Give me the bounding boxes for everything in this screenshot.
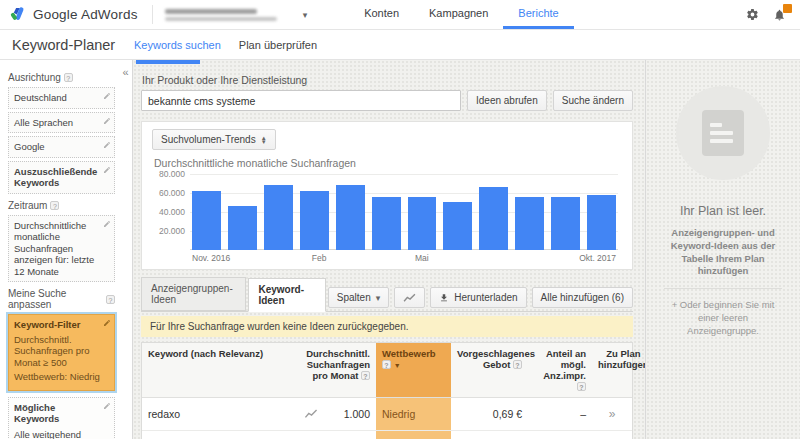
avg-searches-value: 1.000 (344, 408, 370, 420)
line-chart-icon (403, 293, 416, 303)
help-icon[interactable]: ? (382, 360, 391, 369)
home-link[interactable]: Google AdWords (10, 0, 138, 29)
bid-cell: 0,38 € (451, 431, 528, 439)
nav-konten[interactable]: Konten (349, 0, 414, 29)
tab-adgroup-ideas[interactable]: Anzeigengruppen-Ideen (141, 277, 246, 311)
main-content: Ihr Produkt oder Ihre Dienstleistung Ide… (133, 60, 645, 439)
chart-bar (264, 185, 293, 250)
chart-bar (515, 197, 544, 250)
columns-button[interactable]: Spalten▾ (328, 287, 389, 308)
nav-berichte[interactable]: Berichte (503, 0, 573, 29)
top-bar: Google AdWords ▾ Konten Kampagnen Berich… (0, 0, 800, 30)
tab-keyword-ideas[interactable]: Keyword-Ideen (248, 278, 325, 312)
pencil-icon[interactable] (103, 165, 111, 177)
subheader: Keyword-Planer Keywords suchen Plan über… (0, 30, 800, 60)
chart-x-label (511, 253, 538, 263)
download-icon (439, 293, 449, 303)
document-icon (702, 110, 744, 156)
bell-icon[interactable] (773, 8, 786, 22)
add-to-plan-button[interactable]: » (592, 431, 632, 439)
header-impr-share[interactable]: Anteil an mögl. Anz.impr. ? (528, 343, 592, 397)
pencil-icon[interactable] (103, 91, 111, 103)
no-ideas-notice: Für Ihre Suchanfrage wurden keine Ideen … (141, 316, 633, 337)
chart-x-label (442, 253, 469, 263)
nav-kampagnen[interactable]: Kampagnen (414, 0, 503, 29)
chart-x-label: Nov. 2016 (192, 253, 230, 263)
pencil-icon[interactable] (103, 116, 111, 128)
pencil-icon[interactable] (103, 401, 111, 413)
chart-bar (551, 197, 580, 250)
filter-date-range[interactable]: Durchschnittliche monatliche Suchanfrage… (8, 215, 115, 283)
section-title-ausrichtung: Ausrichtung? (8, 72, 115, 83)
header-add-to-plan: Zu Plan hinzufügen (592, 343, 645, 397)
help-icon[interactable]: ? (106, 295, 115, 304)
pencil-icon[interactable] (103, 140, 111, 152)
chart-bar (300, 191, 329, 250)
plan-divider (664, 288, 782, 289)
pencil-icon[interactable] (103, 318, 111, 330)
chart-view-button[interactable] (394, 287, 425, 308)
active-tab-indicator (136, 60, 200, 64)
modify-search-button[interactable]: Suche ändern (553, 90, 633, 111)
notification-badge (783, 4, 792, 13)
product-label: Ihr Produkt oder Ihre Dienstleistung (142, 74, 633, 86)
search-input[interactable] (141, 90, 461, 111)
possible-keywords-box[interactable]: Mögliche Keywords Alle weitgehend passen… (8, 397, 115, 440)
chart-title: Durchschnittliche monatliche Suchanfrage… (154, 157, 622, 169)
add-all-button[interactable]: Alle hinzufügen (6) (532, 287, 633, 308)
chart-bar (587, 195, 616, 250)
updown-icon: ▲▼ (261, 136, 267, 144)
help-icon[interactable]: ? (577, 382, 586, 391)
y-tick: 40.000 (159, 207, 185, 217)
search-volume-card: Suchvolumen-Trends ▲▼ Durchschnittliche … (141, 121, 633, 270)
empty-adgroup-link[interactable]: + Oder beginnen Sie mit einer leeren Anz… (662, 299, 784, 337)
help-icon[interactable]: ? (64, 73, 73, 82)
plan-empty-description: Anzeigengruppen- und Keyword-Ideen aus d… (658, 227, 788, 278)
tab-plan-ueberpruefen[interactable]: Plan überprüfen (230, 39, 326, 51)
collapse-sidebar-icon[interactable]: « (122, 66, 128, 78)
empty-plan-illustration (676, 86, 770, 180)
table-row: redaxo 1.000 Niedrig 0,69 € – » (142, 398, 632, 431)
add-to-plan-button[interactable]: » (592, 398, 632, 430)
pencil-icon[interactable] (103, 219, 111, 231)
tab-keywords-suchen[interactable]: Keywords suchen (125, 39, 230, 51)
keyword-filter-box[interactable]: Keyword-Filter Durchschnittl. Suchanfrag… (8, 314, 115, 391)
table-row: was ist wordpress 720 Niedrig 0,38 € – » (142, 431, 632, 439)
chart-bars (192, 174, 616, 250)
filter-language[interactable]: Alle Sprachen (8, 112, 115, 134)
account-switcher[interactable]: ▾ (165, 0, 308, 29)
bid-cell: 0,69 € (451, 398, 528, 430)
y-tick: 20.000 (159, 226, 185, 236)
filter-network[interactable]: Google (8, 136, 115, 158)
header-competition[interactable]: Wettbewerb ? ▼ (376, 343, 451, 397)
header-avg-searches[interactable]: Durchschnittl. Suchanfragen pro Monat ? (298, 343, 376, 397)
ideas-toolbar: Anzeigengruppen-Ideen Keyword-Ideen Spal… (141, 277, 633, 312)
chart-bar (408, 197, 437, 250)
chart-bar (336, 185, 365, 250)
gear-icon[interactable] (746, 8, 759, 21)
adwords-logo-icon (10, 6, 27, 23)
trend-chart-icon[interactable] (304, 409, 318, 419)
y-tick: 60.000 (159, 188, 185, 198)
chart-bar (443, 202, 472, 250)
competition-cell: Niedrig (376, 431, 451, 439)
chart-x-label (477, 253, 504, 263)
option-broad-ideas[interactable]: Alle weitgehend passenden Ideen anzeigen (14, 429, 100, 440)
help-icon[interactable]: ? (50, 201, 59, 210)
header-bid[interactable]: Vorgeschlagenes Gebot ? (451, 343, 528, 397)
plan-empty-title: Ihr Plan ist leer. (646, 204, 800, 218)
chart-x-label: Mai (408, 253, 435, 263)
help-icon[interactable]: ? (513, 360, 522, 369)
download-button[interactable]: Herunterladen (430, 287, 526, 308)
help-icon[interactable]: ? (361, 371, 370, 380)
get-ideas-button[interactable]: Ideen abrufen (467, 90, 547, 111)
filter-location[interactable]: Deutschland (8, 87, 115, 109)
chart-x-label (271, 253, 298, 263)
impr-share-cell: – (528, 431, 592, 439)
chart-x-label (374, 253, 401, 263)
header-keyword[interactable]: Keyword (nach Relevanz) (142, 343, 298, 397)
chart-x-label: Okt. 2017 (579, 253, 616, 263)
trends-dropdown[interactable]: Suchvolumen-Trends ▲▼ (152, 129, 276, 150)
filter-negative-keywords[interactable]: Auszuschließende Keywords (8, 161, 115, 194)
chart-x-label: Feb (306, 253, 333, 263)
